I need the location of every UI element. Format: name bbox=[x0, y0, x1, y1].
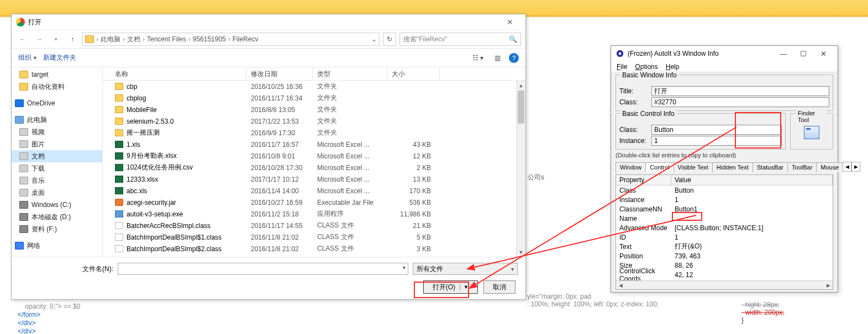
file-row[interactable]: abc.xls2016/11/4 14:00Microsoft Excel ..… bbox=[103, 185, 525, 197]
breadcrumb-segment[interactable]: 956151905 bbox=[193, 35, 226, 43]
tree-item[interactable]: 图片 bbox=[12, 138, 102, 150]
scroll-right-button[interactable]: ▶ bbox=[824, 283, 833, 288]
close-button[interactable]: ✕ bbox=[499, 18, 521, 26]
breadcrumb[interactable]: › 此电脑› 文档› Tencent Files› 956151905› Fil… bbox=[82, 33, 380, 46]
property-row[interactable]: ClassButton bbox=[616, 185, 833, 195]
finder-tool-target[interactable] bbox=[804, 126, 819, 139]
scroll-down-button[interactable]: ▼ bbox=[517, 247, 525, 257]
horizontal-scrollbar[interactable]: ◀ ▶ bbox=[616, 280, 833, 289]
file-list-header[interactable]: 名称 修改日期 类型 大小 bbox=[103, 67, 525, 81]
tab-control[interactable]: Control bbox=[645, 162, 674, 172]
tab-statusbar[interactable]: StatusBar bbox=[753, 162, 788, 172]
property-table[interactable]: Property Value ClassButtonInstance1Class… bbox=[616, 174, 833, 290]
menu-help[interactable]: Help bbox=[666, 63, 680, 71]
property-row[interactable]: ID1 bbox=[616, 232, 833, 242]
scroll-thumb[interactable] bbox=[518, 91, 524, 124]
col-type[interactable]: 类型 bbox=[313, 67, 387, 80]
file-row[interactable]: 9月份考勤表.xlsx2016/10/8 9:01Microsoft Excel… bbox=[103, 150, 525, 162]
tree-item[interactable]: 自动化资料 bbox=[12, 81, 102, 93]
file-row[interactable]: cbp2016/10/25 16:36文件夹 bbox=[103, 81, 525, 92]
minimize-button[interactable]: — bbox=[774, 50, 793, 58]
preview-pane-button[interactable]: ▥ bbox=[492, 52, 503, 63]
tab-toolbar[interactable]: ToolBar bbox=[787, 162, 817, 172]
tree-item[interactable]: 下载 bbox=[12, 162, 102, 174]
nav-back-button[interactable]: ← bbox=[16, 33, 29, 46]
open-button[interactable]: 打开(O)▼ bbox=[423, 280, 478, 294]
file-row[interactable]: MobileFile2016/8/8 13:05文件夹 bbox=[103, 104, 525, 115]
tab-window[interactable]: Window bbox=[616, 162, 646, 172]
maximize-button[interactable]: ☐ bbox=[793, 50, 813, 58]
nav-recent-button[interactable]: ▾ bbox=[49, 33, 62, 46]
tree-item[interactable]: Windows (C:) bbox=[12, 199, 102, 211]
new-folder-button[interactable]: 新建文件夹 bbox=[43, 53, 76, 62]
property-row[interactable]: Name bbox=[616, 214, 833, 223]
menu-file[interactable]: File bbox=[617, 63, 627, 71]
breadcrumb-segment[interactable]: Tencent Files bbox=[147, 35, 186, 43]
col-property[interactable]: Property bbox=[616, 175, 671, 185]
property-row[interactable]: Position739, 463 bbox=[616, 251, 833, 261]
refresh-button[interactable]: ↻ bbox=[383, 33, 396, 46]
col-size[interactable]: 大小 bbox=[387, 67, 440, 80]
tree-item[interactable]: 音乐 bbox=[12, 174, 102, 187]
ctrl-class-field[interactable] bbox=[651, 125, 782, 135]
class-field[interactable] bbox=[651, 97, 829, 107]
tree-item[interactable]: 此电脑 bbox=[12, 114, 102, 126]
col-name[interactable]: 名称 bbox=[103, 67, 246, 80]
breadcrumb-segment[interactable]: 文档 bbox=[127, 35, 140, 44]
scroll-left-button[interactable]: ◀ bbox=[616, 283, 625, 288]
filename-input[interactable] bbox=[118, 263, 408, 275]
tree-item[interactable]: 视频 bbox=[12, 126, 102, 138]
autoit-tabs[interactable]: WindowControlVisible TextHidden TextStat… bbox=[616, 162, 833, 172]
property-row[interactable]: Instance1 bbox=[616, 195, 833, 204]
breadcrumb-segment[interactable]: 此电脑 bbox=[101, 35, 120, 44]
search-input[interactable]: 搜索"FileRecv" 🔍 bbox=[399, 33, 521, 46]
breadcrumb-dropdown[interactable]: ⌄ bbox=[371, 35, 377, 43]
file-type-filter[interactable]: 所有文件 bbox=[413, 263, 518, 275]
view-mode-button[interactable]: ☷ ▾ bbox=[470, 52, 486, 63]
property-row[interactable]: ControlClick Coords42, 12 bbox=[616, 270, 833, 279]
autoit-menubar[interactable]: File Options Help bbox=[611, 61, 838, 72]
folder-tree[interactable]: target自动化资料OneDrive此电脑视频图片文档下载音乐桌面Window… bbox=[12, 67, 103, 257]
file-row[interactable]: 摇一摇压测2016/9/9 17:30文件夹 bbox=[103, 127, 525, 139]
file-row[interactable]: BatchImportDealBSImpl$1.class2016/11/8 2… bbox=[103, 231, 525, 243]
property-row[interactable]: Text打开(&O) bbox=[616, 242, 833, 251]
file-row[interactable]: cbplog2016/11/17 16:34文件夹 bbox=[103, 92, 525, 104]
nav-forward-button[interactable]: → bbox=[33, 33, 46, 46]
menu-options[interactable]: Options bbox=[635, 63, 657, 71]
file-row[interactable]: BatcherAccRecBSImpl.class2016/11/17 14:5… bbox=[103, 220, 525, 231]
scrollbar[interactable]: ▲ ▼ bbox=[516, 81, 525, 257]
file-row[interactable]: 1.xls2016/11/7 16:57Microsoft Excel ...4… bbox=[103, 139, 525, 150]
organize-button[interactable]: 组织▼ bbox=[18, 53, 38, 62]
file-list[interactable]: cbp2016/10/25 16:36文件夹cbplog2016/11/17 1… bbox=[103, 81, 525, 257]
tab-mouse[interactable]: Mouse bbox=[816, 162, 843, 172]
file-row[interactable]: selenium-2.53.02017/1/22 13:53文件夹 bbox=[103, 115, 525, 127]
tree-item[interactable]: 文档 bbox=[12, 150, 102, 162]
tree-item[interactable]: 网络 bbox=[12, 240, 102, 252]
title-field[interactable] bbox=[651, 86, 829, 96]
tree-item[interactable]: target bbox=[12, 68, 102, 81]
col-date[interactable]: 修改日期 bbox=[246, 67, 313, 80]
property-row[interactable]: ClassnameNNButton1 bbox=[616, 204, 833, 214]
file-row[interactable]: acegi-security.jar2016/10/27 16:59Execut… bbox=[103, 197, 525, 208]
file-row[interactable]: 1024优化任务用例.csv2016/10/28 17:30Microsoft … bbox=[103, 162, 525, 173]
tree-item[interactable]: OneDrive bbox=[12, 97, 102, 109]
help-button[interactable]: ? bbox=[509, 53, 519, 63]
open-button-dropdown[interactable]: ▼ bbox=[460, 284, 469, 290]
cancel-button[interactable]: 取消 bbox=[483, 280, 515, 294]
col-value[interactable]: Value bbox=[671, 175, 833, 185]
tab-scroll-left[interactable]: ◀ bbox=[843, 162, 851, 172]
autoit-titlebar[interactable]: (Frozen) AutoIt v3 Window Info — ☐ ✕ bbox=[611, 46, 838, 61]
breadcrumb-segment[interactable]: FileRecv bbox=[233, 35, 259, 43]
tab-hidden-text[interactable]: Hidden Text bbox=[712, 162, 753, 172]
dialog-titlebar[interactable]: 打开 ✕ bbox=[12, 14, 525, 30]
tree-item[interactable]: 桌面 bbox=[12, 187, 102, 199]
file-row[interactable]: BatchImportDealBSImpl$2.class2016/11/8 2… bbox=[103, 243, 525, 255]
nav-up-button[interactable]: ↑ bbox=[66, 33, 79, 46]
file-row[interactable]: autoit-v3-setup.exe2016/11/2 15:18应用程序11… bbox=[103, 208, 525, 220]
tab-scroll-right[interactable]: ▶ bbox=[851, 162, 860, 172]
tree-item[interactable]: 资料 (F:) bbox=[12, 223, 102, 235]
ctrl-instance-field[interactable] bbox=[651, 136, 782, 146]
close-button[interactable]: ✕ bbox=[813, 50, 833, 58]
tree-item[interactable]: 本地磁盘 (D:) bbox=[12, 211, 102, 223]
file-row[interactable]: 12333.xlsx2017/1/17 10:12Microsoft Excel… bbox=[103, 173, 525, 185]
